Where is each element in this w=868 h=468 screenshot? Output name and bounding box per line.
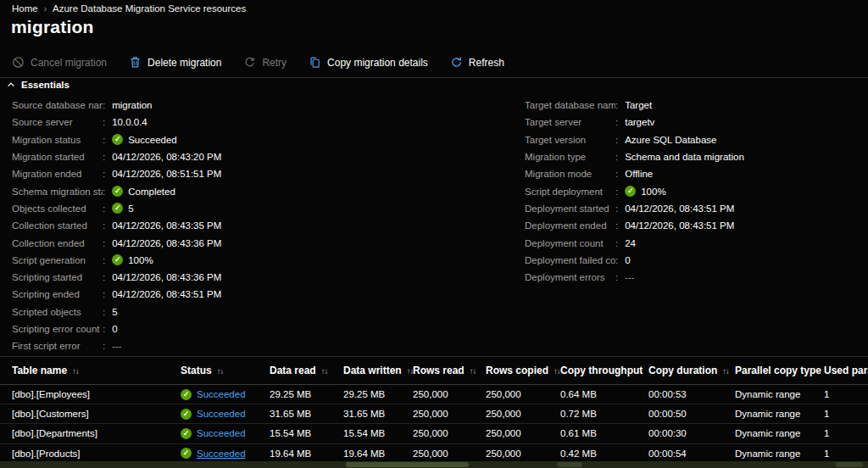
field-value: 5 (112, 307, 117, 317)
field-row-scripted-objects: Scripted objects:5 (12, 304, 221, 320)
table-header-row: Table name↑↓ Status↑↓ Data read↑↓ Data w… (0, 357, 868, 385)
copy-duration-cell: 00:00:53 (648, 389, 735, 399)
status-link[interactable]: Succeeded (197, 448, 246, 459)
success-check-icon: ✓ (112, 254, 123, 265)
copy-throughput-cell: 0.42 MB (560, 448, 648, 459)
success-check-icon: ✓ (112, 186, 123, 197)
field-row-schema-migration-status: Schema migration status:✓Completed (12, 182, 221, 199)
field-value: --- (625, 272, 635, 282)
field-value: Completed (128, 187, 175, 197)
page-title: migration (11, 17, 93, 37)
field-row-source-database-name: Source database name:migration (12, 97, 221, 114)
field-label: Target server (525, 117, 615, 127)
field-label: Script generation (12, 255, 103, 265)
field-label: Source server (12, 117, 103, 127)
sort-icon: ↑↓ (217, 366, 224, 376)
field-value: Azure SQL Database (625, 135, 716, 145)
field-row-deployment-started: Deployment started:04/12/2026, 08:43:51 … (525, 200, 744, 217)
more-options-button[interactable]: … (84, 22, 96, 34)
column-header-rows-copied[interactable]: Rows copied↑↓ (486, 365, 560, 376)
field-label: Deployment errors (525, 272, 615, 282)
success-check-icon: ✓ (112, 134, 123, 145)
column-header-copy-duration[interactable]: Copy duration↑↓ (648, 365, 735, 376)
field-value: 04/12/2026, 08:43:51 PM (112, 289, 221, 299)
sort-icon: ↑↓ (321, 366, 328, 376)
field-row-migration-ended: Migration ended:04/12/2026, 08:51:51 PM (12, 165, 221, 182)
horizontal-scrollbar-thumb[interactable] (346, 462, 469, 467)
retry-button[interactable]: Retry (243, 56, 287, 69)
field-label: Script deployment (525, 187, 615, 197)
field-value: Schema and data migration (625, 152, 744, 162)
field-value: 04/12/2026, 08:43:35 PM (112, 220, 221, 231)
status-link[interactable]: Succeeded (197, 428, 246, 438)
copy-throughput-cell: 0.61 MB (560, 428, 648, 438)
field-row-collection-started: Collection started:04/12/2026, 08:43:35 … (12, 217, 221, 234)
refresh-button[interactable]: Refresh (450, 56, 504, 69)
data-written-cell: 31.65 MB (343, 409, 413, 419)
retry-arrow-icon (243, 56, 256, 69)
field-label: Schema migration status (12, 187, 103, 197)
rows-read-cell: 250,000 (413, 389, 486, 399)
field-value: 04/12/2026, 08:43:51 PM (625, 220, 734, 231)
field-value: 5 (128, 203, 133, 214)
status-link[interactable]: Succeeded (197, 389, 246, 399)
field-value: 04/12/2026, 08:51:51 PM (112, 169, 221, 179)
table-name-cell: [dbo].[Employees] (12, 389, 181, 399)
data-read-cell: 31.65 MB (270, 409, 343, 419)
parallel-copy-type-cell: Dynamic range (735, 448, 824, 459)
cancel-icon (12, 56, 25, 69)
status-cell: ✓Succeeded (181, 448, 270, 459)
refresh-icon (450, 56, 463, 69)
sort-icon: ↑↓ (470, 366, 476, 376)
field-value: 04/12/2026, 08:43:36 PM (112, 238, 221, 248)
rows-copied-cell: 250,000 (486, 389, 560, 399)
rows-read-cell: 250,000 (413, 409, 486, 419)
field-value: 24 (625, 238, 636, 248)
breadcrumb-separator-icon: › (44, 4, 47, 14)
column-header-data-read[interactable]: Data read↑↓ (270, 365, 343, 376)
migration-tables-grid: Table name↑↓ Status↑↓ Data read↑↓ Data w… (0, 357, 868, 464)
column-header-data-written[interactable]: Data written↑↓ (343, 365, 413, 376)
success-check-icon: ✓ (625, 186, 636, 197)
trash-icon (129, 56, 142, 69)
sort-icon: ↑↓ (554, 366, 560, 376)
field-label: Target database name (525, 100, 615, 110)
field-value: 0 (112, 324, 117, 334)
essentials-collapse-toggle[interactable]: Essentials (7, 80, 70, 90)
rows-copied-cell: 250,000 (486, 428, 560, 438)
field-row-migration-started: Migration started:04/12/2026, 08:43:20 P… (12, 148, 221, 165)
copy-migration-details-button[interactable]: Copy migration details (309, 56, 428, 69)
status-cell: ✓Succeeded (181, 389, 270, 400)
breadcrumb-dms-resources-link[interactable]: Azure Database Migration Service resourc… (53, 3, 246, 14)
table-row: [dbo].[Employees] ✓Succeeded 29.25 MB 29… (0, 385, 868, 404)
used-parallel-cell: 1 (824, 389, 868, 399)
rows-copied-cell: 250,000 (486, 409, 560, 419)
field-label: Scripting error count (12, 324, 103, 334)
field-value: Target (625, 100, 652, 110)
status-link[interactable]: Succeeded (197, 409, 246, 419)
column-header-parallel-copy-type[interactable]: Parallel copy type↑↓ (735, 365, 824, 376)
breadcrumb-home-link[interactable]: Home (12, 3, 38, 14)
field-row-deployment-count: Deployment count:24 (525, 234, 744, 251)
column-header-status[interactable]: Status↑↓ (181, 365, 270, 376)
column-header-rows-read[interactable]: Rows read↑↓ (413, 365, 486, 376)
column-header-table-name[interactable]: Table name↑↓ (12, 365, 181, 376)
success-check-icon: ✓ (181, 409, 192, 420)
field-row-target-server: Target server:targetv (525, 114, 744, 131)
field-value: targetv (625, 117, 654, 127)
column-header-copy-throughput[interactable]: Copy throughput↑↓ (560, 365, 648, 376)
field-row-target-database-name: Target database name:Target (525, 97, 744, 114)
field-row-deployment-errors: Deployment errors:--- (525, 269, 744, 286)
rows-copied-cell: 250,000 (486, 448, 560, 459)
essentials-right-column: Target database name:Target Target serve… (525, 97, 744, 286)
horizontal-scrollbar-track[interactable] (0, 461, 868, 468)
delete-migration-button[interactable]: Delete migration (129, 56, 221, 69)
field-label: Migration type (525, 152, 615, 162)
copy-icon (309, 56, 321, 69)
column-header-used-parallel[interactable]: Used para (824, 365, 868, 376)
field-row-script-deployment: Script deployment:✓100% (525, 182, 744, 199)
success-check-icon: ✓ (181, 448, 192, 459)
table-row: [dbo].[Customers] ✓Succeeded 31.65 MB 31… (0, 404, 868, 424)
cancel-migration-button[interactable]: Cancel migration (12, 56, 107, 69)
breadcrumb: Home › Azure Database Migration Service … (12, 3, 246, 14)
